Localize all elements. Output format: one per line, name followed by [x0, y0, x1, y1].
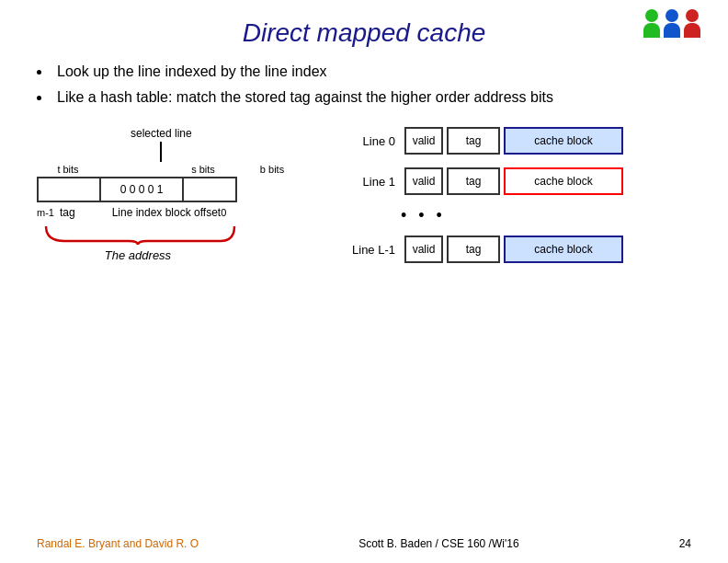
line-l1-valid: valid — [404, 236, 443, 263]
footer-page: 24 — [679, 537, 691, 550]
address-diagram: selected line t bits s bits b bits 0 0 0… — [37, 125, 331, 262]
line-index-label: Line index block offset — [112, 206, 222, 219]
person-3 — [684, 9, 700, 38]
bullet-2: Like a hash table: match the stored tag … — [37, 86, 691, 109]
tag-label: tag — [60, 206, 75, 219]
s-bits-label: s bits — [162, 164, 245, 175]
t-bits-label: t bits — [37, 164, 99, 175]
person-body-2 — [664, 23, 680, 38]
person-2 — [664, 9, 680, 38]
person-head-3 — [686, 9, 699, 22]
line-l1-block: cache block — [504, 236, 623, 263]
line-0-label: Line 0 — [349, 134, 401, 148]
selected-line-wrapper: selected line — [37, 125, 331, 164]
slide-title: Direct mapped cache — [37, 18, 691, 48]
address-boxes: 0 0 0 0 1 — [37, 177, 331, 202]
line-1-valid: valid — [404, 167, 443, 195]
line-0-valid: valid — [404, 127, 443, 155]
person-body-3 — [684, 23, 700, 38]
person-head-1 — [645, 9, 658, 22]
footer: Randal E. Bryant and David R. O Scott B.… — [0, 537, 728, 550]
cache-row-0: Line 0 valid tag cache block — [349, 125, 691, 156]
m-minus-1-label: m-1 — [37, 207, 54, 218]
b-bits-box — [182, 177, 237, 202]
person-1 — [643, 9, 660, 38]
line-l1-label: Line L-1 — [349, 243, 401, 257]
cache-row-1: Line 1 valid tag cache block — [349, 166, 691, 197]
b-bits-label: b bits — [245, 164, 300, 175]
line-1-label: Line 1 — [349, 175, 401, 189]
line-1-block: cache block — [504, 167, 623, 195]
selected-line-arrow — [160, 142, 162, 162]
person-icons — [643, 9, 700, 38]
line-l1-tag: tag — [447, 236, 500, 263]
diagram-area: selected line t bits s bits b bits 0 0 0… — [37, 125, 691, 265]
cache-diagram: Line 0 valid tag cache block Line 1 vali… — [331, 125, 691, 265]
footer-course: Scott B. Baden / CSE 160 /Wi'16 — [358, 537, 518, 550]
t-bits-box — [37, 177, 99, 202]
bullet-list: Look up the line indexed by the line ind… — [37, 61, 691, 109]
cache-row-l1: Line L-1 valid tag cache block — [349, 234, 691, 265]
footer-author: Randal E. Bryant and David R. O — [37, 537, 199, 550]
address-sublabels: m-1 tag Line index block offset 0 — [37, 206, 331, 219]
line-1-tag: tag — [447, 167, 500, 195]
s-bits-box: 0 0 0 0 1 — [99, 177, 182, 202]
brace-area — [37, 223, 331, 248]
person-body-1 — [643, 23, 660, 38]
person-head-2 — [665, 9, 678, 22]
selected-line-label: selected line — [131, 127, 192, 140]
zero-label: 0 — [221, 207, 226, 218]
the-address-label: The address — [37, 248, 239, 262]
line-0-tag: tag — [447, 127, 500, 155]
bullet-1: Look up the line indexed by the line ind… — [37, 61, 691, 83]
red-brace-svg — [37, 223, 239, 248]
bit-labels-top: t bits s bits b bits — [37, 164, 331, 175]
line-0-block: cache block — [504, 127, 623, 155]
dots-row: • • • — [349, 206, 691, 224]
